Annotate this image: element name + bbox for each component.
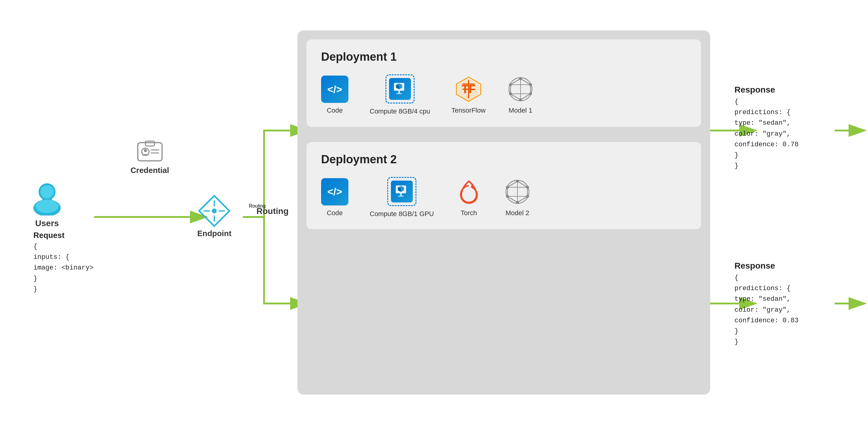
- routing-text: Routing: [256, 206, 289, 216]
- req-line4: }: [33, 274, 93, 284]
- torch-item: Torch: [455, 178, 483, 217]
- user-icon: [30, 179, 64, 215]
- deployment2-title: Deployment 2: [321, 153, 686, 166]
- model1-label: Model 1: [509, 106, 532, 115]
- r2-l7: }: [735, 337, 799, 347]
- credential-label: Credential: [130, 166, 169, 175]
- svg-point-14: [144, 149, 147, 152]
- svg-point-9: [40, 185, 54, 198]
- svg-point-72: [506, 195, 509, 198]
- svg-point-68: [526, 186, 529, 189]
- deployment1-title: Deployment 1: [321, 51, 686, 63]
- endpoint-icon: [197, 194, 231, 228]
- svg-point-45: [529, 92, 532, 95]
- model2-icon: [504, 178, 531, 206]
- compute-label-2: Compute 8GB/1 GPU: [370, 210, 434, 219]
- svg-point-46: [519, 98, 522, 101]
- r1-l7: }: [735, 160, 799, 171]
- r1-l2: predictions: {: [735, 107, 799, 118]
- credential-section: Credential: [130, 140, 169, 175]
- request-title: Request: [33, 231, 93, 240]
- torch-icon: [455, 178, 483, 206]
- compute-item-1: Compute 8GB/4 cpu: [370, 74, 430, 116]
- code-icon-1: </>: [321, 75, 348, 103]
- request-code: Request { inputs: { image: <binary> } }: [33, 231, 93, 295]
- svg-point-67: [516, 180, 519, 183]
- svg-rect-12: [145, 141, 154, 146]
- code-label-2: Code: [327, 209, 343, 217]
- r2-l4: color: "gray",: [735, 305, 799, 315]
- r1-l3: type: "sedan",: [735, 118, 799, 128]
- tensorflow-icon: TF: [455, 75, 482, 103]
- req-line2: inputs: {: [33, 252, 93, 262]
- compute-item-2: Compute 8GB/1 GPU: [370, 177, 434, 219]
- svg-rect-25: [396, 93, 402, 94]
- diagram-container: Users Request { inputs: { image: <binary…: [0, 0, 868, 434]
- compute-inner-icon-1: [392, 81, 408, 97]
- user-label: Users: [30, 219, 64, 228]
- model2-item: Model 2: [504, 178, 531, 217]
- deployment2-icons: </> Code: [321, 177, 686, 219]
- model1-item: Model 1: [507, 75, 534, 115]
- svg-point-47: [509, 83, 512, 86]
- deployment2-box: Deployment 2 </> Code: [307, 142, 701, 229]
- response1-section: Response { predictions: { type: "sedan",…: [735, 85, 799, 171]
- svg-rect-24: [398, 91, 400, 93]
- credential-icon: [136, 140, 163, 164]
- svg-point-10: [35, 200, 59, 213]
- svg-text:TF: TF: [462, 83, 475, 96]
- response1-title: Response: [735, 85, 799, 95]
- r1-l1: {: [735, 96, 799, 107]
- r2-l3: type: "sedan",: [735, 294, 799, 304]
- compute-icon-1: [385, 74, 414, 103]
- req-line3: image: <binary>: [33, 262, 93, 273]
- r2-l6: }: [735, 326, 799, 337]
- code-label-1: Code: [327, 106, 343, 115]
- torch-label: Torch: [461, 209, 477, 217]
- svg-point-44: [529, 83, 532, 86]
- code-item-1: </> Code: [321, 75, 348, 115]
- r2-l1: {: [735, 273, 799, 283]
- r1-l5: confidence: 0.78: [735, 139, 799, 150]
- svg-point-43: [519, 77, 522, 80]
- model2-label: Model 2: [505, 209, 529, 217]
- r1-l4: color: "gray",: [735, 129, 799, 139]
- svg-point-71: [506, 186, 509, 189]
- r2-l5: confidence: 0.83: [735, 315, 799, 326]
- endpoint-section: Endpoint: [197, 194, 231, 238]
- svg-point-18: [212, 209, 217, 213]
- endpoint-label: Endpoint: [197, 229, 231, 238]
- r2-l2: predictions: {: [735, 283, 799, 294]
- code-icon-2: </>: [321, 178, 348, 206]
- compute-label-1: Compute 8GB/4 cpu: [370, 107, 430, 116]
- response2-section: Response { predictions: { type: "sedan",…: [735, 261, 799, 347]
- req-line1: {: [33, 241, 93, 252]
- user-section: Users: [30, 179, 64, 228]
- code-item-2: </> Code: [321, 178, 348, 217]
- svg-point-55: [471, 185, 474, 188]
- deployment1-icons: </> Code: [321, 74, 686, 116]
- model1-icon: [507, 75, 534, 103]
- svg-rect-51: [398, 196, 404, 197]
- req-line5: }: [33, 284, 93, 295]
- response2-title: Response: [735, 261, 799, 271]
- outer-deployment-box: Deployment 1 </> Code: [298, 30, 710, 395]
- svg-point-69: [526, 195, 529, 198]
- compute-icon-2: [387, 177, 416, 206]
- r1-l6: }: [735, 150, 799, 160]
- svg-rect-50: [400, 193, 402, 196]
- compute-inner-icon-2: [394, 184, 410, 199]
- tensorflow-label: TensorFlow: [451, 106, 485, 115]
- tensorflow-item: TF TensorFlow: [451, 75, 485, 115]
- svg-point-70: [516, 201, 519, 204]
- deployment1-box: Deployment 1 </> Code: [307, 39, 701, 127]
- svg-point-48: [509, 92, 512, 95]
